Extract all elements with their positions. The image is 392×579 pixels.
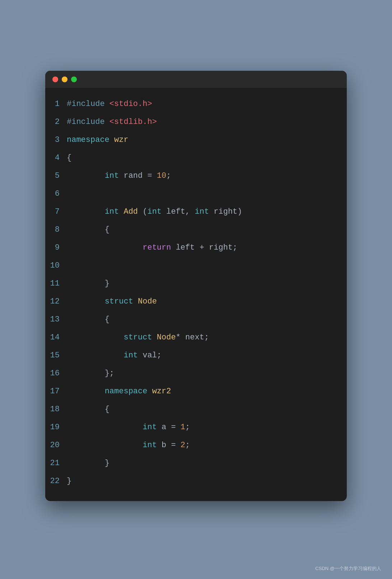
token-preprocessor: #include xyxy=(67,117,109,126)
token-int_kw: int xyxy=(143,441,157,450)
code-line: 21 } xyxy=(45,454,347,472)
token-brace: } xyxy=(105,459,109,468)
code-line: 5 int rand = 10; xyxy=(45,167,347,185)
code-line: 3namespace wzr xyxy=(45,131,347,149)
line-number: 12 xyxy=(45,293,67,310)
line-content: struct Node* next; xyxy=(67,329,347,346)
line-content: #include <stdio.h> xyxy=(67,96,347,112)
line-content: { xyxy=(67,311,347,328)
line-content: } xyxy=(67,275,347,292)
watermark: CSDN @一个努力学习编程的人 xyxy=(315,565,381,572)
line-number: 14 xyxy=(45,329,67,346)
token-func: Add xyxy=(123,207,138,216)
token-brace: { xyxy=(105,405,109,414)
line-content: { xyxy=(67,150,347,166)
line-number: 7 xyxy=(45,204,67,220)
code-line: 7 int Add (int left, int right) xyxy=(45,203,347,221)
line-number: 4 xyxy=(45,150,67,166)
line-number: 17 xyxy=(45,383,67,400)
code-line: 9 return left + right; xyxy=(45,239,347,257)
token-brace: } xyxy=(105,279,109,288)
minimize-dot[interactable] xyxy=(62,77,67,82)
line-content: struct Node xyxy=(67,293,347,310)
token-plain: rand = xyxy=(119,171,157,180)
line-content: namespace wzr xyxy=(67,132,347,148)
token-brace: { xyxy=(67,153,71,162)
token-struct_kw: struct xyxy=(123,333,152,342)
token-plain xyxy=(152,333,157,342)
token-number: 1 xyxy=(181,423,185,432)
code-line: 6 xyxy=(45,185,347,203)
code-line: 10 xyxy=(45,257,347,275)
token-number: 2 xyxy=(181,441,185,450)
token-int_kw: int xyxy=(123,351,138,360)
code-line: 1#include <stdio.h> xyxy=(45,95,347,113)
token-return_kw: return xyxy=(143,243,171,252)
token-plain: ( xyxy=(138,207,147,216)
title-bar xyxy=(45,71,347,88)
line-number: 20 xyxy=(45,437,67,454)
line-content: return left + right; xyxy=(67,240,347,256)
token-struct_name: Node xyxy=(138,297,157,306)
token-plain xyxy=(147,387,152,396)
line-number: 3 xyxy=(45,132,67,148)
line-number: 13 xyxy=(45,311,67,328)
token-number: 10 xyxy=(157,171,166,180)
token-plain: }; xyxy=(105,369,114,378)
token-brace: { xyxy=(105,225,109,234)
token-plain xyxy=(119,207,123,216)
token-semi: ; xyxy=(185,423,190,432)
token-namespace_kw: namespace xyxy=(105,387,148,396)
token-plain xyxy=(133,297,138,306)
token-struct_kw: struct xyxy=(105,297,133,306)
token-semi: ; xyxy=(185,441,190,450)
page-background: 1#include <stdio.h>2#include <stdlib.h>3… xyxy=(0,0,392,579)
line-content: } xyxy=(67,455,347,472)
token-plain: val; xyxy=(138,351,162,360)
token-plain: b = xyxy=(157,441,181,450)
token-brace: } xyxy=(67,477,71,486)
token-int_kw: int xyxy=(147,207,162,216)
line-number: 15 xyxy=(45,347,67,364)
line-content: int a = 1; xyxy=(67,419,347,436)
token-plain: * next; xyxy=(176,333,209,342)
line-number: 11 xyxy=(45,275,67,292)
code-line: 11 } xyxy=(45,275,347,293)
token-namespace_name: wzr2 xyxy=(152,387,171,396)
maximize-dot[interactable] xyxy=(71,77,77,82)
token-plain: right) xyxy=(209,207,242,216)
code-line: 14 struct Node* next; xyxy=(45,329,347,347)
line-number: 22 xyxy=(45,473,67,490)
code-area: 1#include <stdio.h>2#include <stdlib.h>3… xyxy=(45,88,347,501)
line-content: int b = 2; xyxy=(67,437,347,454)
line-number: 5 xyxy=(45,168,67,184)
token-plain: a = xyxy=(157,423,181,432)
token-brace: { xyxy=(105,315,109,324)
token-int_kw: int xyxy=(105,171,119,180)
token-preprocessor: #include xyxy=(67,99,109,108)
line-content: { xyxy=(67,401,347,418)
code-line: 20 int b = 2; xyxy=(45,436,347,454)
token-string: <stdio.h> xyxy=(109,99,152,108)
line-content: { xyxy=(67,222,347,238)
line-number: 18 xyxy=(45,401,67,418)
code-line: 4{ xyxy=(45,149,347,167)
code-line: 15 int val; xyxy=(45,347,347,365)
line-number: 16 xyxy=(45,365,67,382)
line-content: int val; xyxy=(67,347,347,364)
code-line: 2#include <stdlib.h> xyxy=(45,113,347,131)
token-struct_name: Node xyxy=(157,333,176,342)
line-content: } xyxy=(67,473,347,490)
line-number: 9 xyxy=(45,240,67,256)
token-int_kw: int xyxy=(143,423,157,432)
code-line: 22} xyxy=(45,472,347,490)
code-line: 16 }; xyxy=(45,365,347,383)
token-string: <stdlib.h> xyxy=(109,117,157,126)
close-dot[interactable] xyxy=(52,77,58,82)
code-line: 18 { xyxy=(45,400,347,418)
line-number: 19 xyxy=(45,419,67,436)
line-content: namespace wzr2 xyxy=(67,383,347,400)
line-number: 6 xyxy=(45,186,67,202)
line-content: int rand = 10; xyxy=(67,168,347,184)
code-line: 17 namespace wzr2 xyxy=(45,383,347,400)
